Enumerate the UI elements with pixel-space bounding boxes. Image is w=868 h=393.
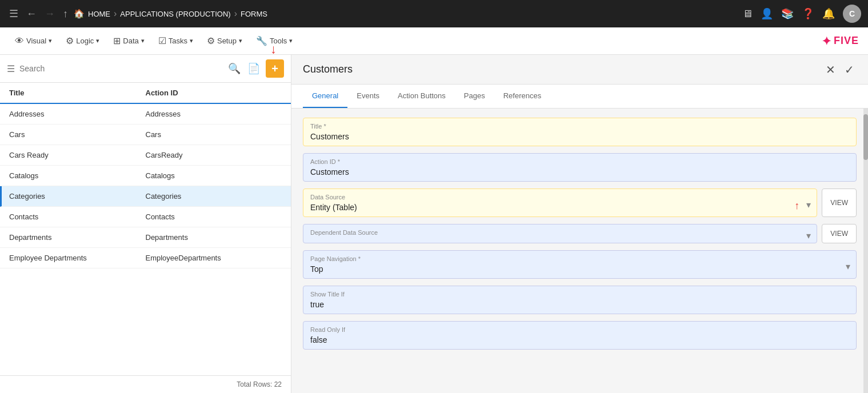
read-only-label: Read Only If	[310, 326, 849, 333]
plus-icon: +	[271, 62, 278, 75]
dependent-data-source-row: Dependent Data Source ▾ VIEW	[303, 224, 857, 243]
right-scrollbar[interactable]	[863, 109, 868, 393]
search-input[interactable]	[19, 64, 222, 73]
table-row[interactable]: Catalogs Catalogs	[0, 166, 291, 186]
dependent-data-source-field: Dependent Data Source ▾	[303, 224, 817, 243]
breadcrumb: 🏠 HOME › APPLICATIONS (PRODUCTION) › FOR…	[74, 9, 267, 19]
confirm-button[interactable]: ✓	[842, 61, 857, 79]
panel-actions: ✕ ✓	[823, 61, 857, 79]
eye-icon: 👁	[15, 36, 24, 46]
tab-references[interactable]: References	[494, 85, 550, 108]
tabs: General Events Action Buttons Pages Refe…	[291, 85, 868, 109]
data-label: Data	[123, 37, 138, 45]
table-row[interactable]: Cars Cars	[0, 125, 291, 145]
table-row[interactable]: Categories Categories	[0, 186, 291, 207]
read-only-field: Read Only If false	[303, 321, 857, 350]
breadcrumb-sep2: ›	[234, 9, 237, 19]
top-nav: ☰ ← → ↑ 🏠 HOME › APPLICATIONS (PRODUCTIO…	[0, 0, 868, 27]
tasks-arrow: ▾	[190, 37, 193, 45]
table-row[interactable]: Contacts Contacts	[0, 207, 291, 227]
filter-icon: ☰	[7, 63, 15, 74]
table-row[interactable]: Employee Departments EmployeeDepartments	[0, 248, 291, 268]
monitor-icon[interactable]: 🖥	[742, 8, 753, 20]
home-label[interactable]: HOME	[88, 10, 110, 18]
row-action-id: Contacts	[146, 212, 282, 221]
col-title-header: Title	[9, 89, 146, 97]
visual-label: Visual	[26, 37, 46, 45]
dependent-data-source-dropdown-icon[interactable]: ▾	[806, 230, 811, 241]
app-label[interactable]: APPLICATIONS (PRODUCTION)	[120, 10, 230, 18]
dependent-data-source-label: Dependent Data Source	[310, 229, 810, 236]
data-source-value[interactable]: Entity (Table)	[310, 203, 810, 212]
setup-arrow: ▾	[239, 37, 242, 45]
title-value[interactable]: Customers	[310, 132, 849, 141]
tab-general[interactable]: General	[303, 85, 347, 108]
row-action-id: Departments	[146, 233, 282, 242]
logic-label: Logic	[76, 37, 94, 45]
table-body[interactable]: Addresses Addresses Cars Cars Cars Ready…	[0, 104, 291, 375]
row-title: Cars	[9, 130, 146, 139]
book-icon[interactable]: 📚	[781, 7, 794, 20]
data-source-view-button[interactable]: VIEW	[822, 189, 857, 217]
forward-icon[interactable]: →	[42, 6, 57, 22]
page-navigation-dropdown-icon[interactable]: ▾	[846, 261, 850, 272]
setup-menu[interactable]: ⚙ Setup ▾	[201, 32, 248, 50]
logic-icon: ⚙	[66, 35, 74, 46]
table-row[interactable]: Departments Departments	[0, 227, 291, 248]
row-action-id: CarsReady	[146, 151, 282, 159]
tasks-menu[interactable]: ☑ Tasks ▾	[153, 32, 199, 50]
tab-action-buttons[interactable]: Action Buttons	[389, 85, 455, 108]
scrollbar-thumb	[863, 114, 868, 160]
add-button[interactable]: + ↑	[266, 59, 284, 78]
setup-icon: ⚙	[207, 35, 215, 46]
action-id-field: Action ID * Customers	[303, 153, 857, 182]
action-id-value[interactable]: Customers	[310, 167, 849, 177]
row-title: Catalogs	[9, 171, 146, 180]
table-row[interactable]: Addresses Addresses	[0, 104, 291, 125]
five-logo: ✦ FIVE	[822, 34, 859, 48]
top-nav-left: ☰ ← → ↑ 🏠 HOME › APPLICATIONS (PRODUCTIO…	[7, 5, 738, 22]
bell-icon[interactable]: 🔔	[822, 7, 835, 20]
visual-menu[interactable]: 👁 Visual ▾	[9, 33, 58, 50]
five-logo-text: FIVE	[834, 35, 859, 47]
tools-arrow: ▾	[289, 37, 293, 45]
right-panel: Customers ✕ ✓ General Events Action Butt…	[291, 55, 868, 393]
page-navigation-field: Page Navigation * Top ▾	[303, 250, 857, 279]
avatar[interactable]: C	[843, 5, 861, 23]
title-label: Title *	[310, 123, 849, 130]
row-title: Contacts	[9, 212, 146, 221]
search-icon[interactable]: 🔍	[227, 61, 242, 76]
search-bar: ☰ 🔍 📄 + ↑	[0, 55, 291, 83]
action-id-label: Action ID *	[310, 158, 849, 165]
page-navigation-value[interactable]: Top	[310, 264, 849, 274]
forms-label[interactable]: FORMS	[241, 10, 267, 18]
copy-icon[interactable]: 📄	[246, 61, 261, 76]
close-button[interactable]: ✕	[823, 61, 838, 79]
dependent-data-source-view-button[interactable]: VIEW	[822, 224, 857, 243]
table-header: Title Action ID	[0, 83, 291, 104]
search-icons: 🔍 📄 + ↑	[227, 59, 284, 78]
logic-menu[interactable]: ⚙ Logic ▾	[60, 32, 105, 50]
arrow-indicator: ↑	[270, 43, 277, 58]
data-menu[interactable]: ⊞ Data ▾	[107, 32, 150, 50]
tab-events[interactable]: Events	[347, 85, 389, 108]
left-panel: ☰ 🔍 📄 + ↑ Title Action ID Addresses Addr…	[0, 55, 291, 393]
show-title-field: Show Title If true	[303, 286, 857, 314]
table-row[interactable]: Cars Ready CarsReady	[0, 145, 291, 166]
show-title-value[interactable]: true	[310, 300, 849, 309]
tasks-label: Tasks	[169, 37, 187, 45]
up-icon[interactable]: ↑	[61, 6, 70, 22]
data-source-dropdown-icon[interactable]: ▾	[806, 199, 811, 210]
help-icon[interactable]: ❓	[802, 7, 814, 20]
col-action-header: Action ID	[146, 89, 282, 97]
toolbar-right: ✦ FIVE	[822, 34, 859, 48]
data-icon: ⊞	[113, 35, 121, 46]
user-icon[interactable]: 👤	[761, 7, 773, 20]
read-only-value[interactable]: false	[310, 335, 849, 344]
top-nav-right: 🖥 👤 📚 ❓ 🔔 C	[742, 5, 861, 23]
visual-arrow: ▾	[49, 37, 52, 45]
back-icon[interactable]: ←	[24, 6, 39, 22]
data-source-row: Data Source Entity (Table) ▾ ↑ VIEW	[303, 189, 857, 217]
tab-pages[interactable]: Pages	[455, 85, 494, 108]
menu-icon[interactable]: ☰	[7, 5, 21, 22]
